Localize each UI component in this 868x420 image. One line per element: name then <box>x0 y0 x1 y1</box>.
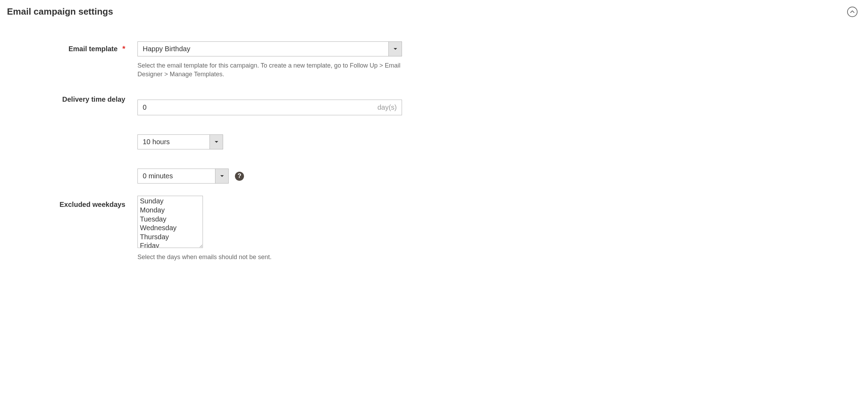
weekday-option[interactable]: Monday <box>139 206 201 215</box>
chevron-down-icon <box>215 169 228 183</box>
delivery-delay-label: Delivery time delay <box>7 93 137 103</box>
collapse-toggle[interactable] <box>847 7 858 17</box>
chevron-up-icon <box>850 9 855 14</box>
weekday-option[interactable]: Wednesday <box>139 224 201 233</box>
chevron-down-icon <box>210 135 223 149</box>
delivery-days-input-wrap[interactable]: day(s) <box>137 100 402 115</box>
email-template-label: Email template * <box>7 41 137 53</box>
email-template-select[interactable]: Happy Birthday <box>137 41 402 56</box>
excluded-weekdays-label: Excluded weekdays <box>7 196 137 209</box>
days-suffix: day(s) <box>372 103 402 111</box>
excluded-weekdays-help: Select the days when emails should not b… <box>137 253 271 262</box>
weekday-option[interactable]: Friday <box>139 241 201 248</box>
weekday-option[interactable]: Sunday <box>139 197 201 206</box>
required-asterisk: * <box>122 44 125 53</box>
email-template-help: Select the email template for this campa… <box>137 61 402 79</box>
help-icon[interactable]: ? <box>235 172 244 181</box>
section-title: Email campaign settings <box>7 6 113 17</box>
delivery-days-input[interactable] <box>138 100 372 115</box>
weekday-option[interactable]: Tuesday <box>139 215 201 224</box>
excluded-weekdays-multiselect[interactable]: Sunday Monday Tuesday Wednesday Thursday… <box>137 196 203 248</box>
chevron-down-icon <box>388 42 402 56</box>
weekday-option[interactable]: Thursday <box>139 233 201 242</box>
delivery-hours-select[interactable]: 10 hours <box>137 134 223 149</box>
delivery-minutes-select[interactable]: 0 minutes <box>137 169 229 184</box>
